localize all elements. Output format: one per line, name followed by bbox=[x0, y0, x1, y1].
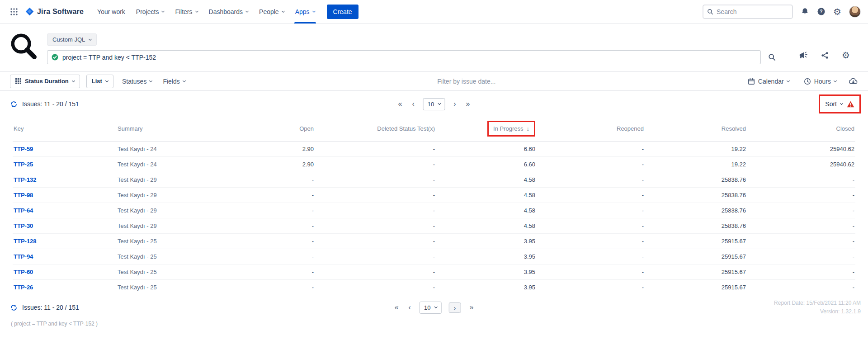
cell-key: TTP-25 bbox=[13, 157, 117, 172]
app-switcher-icon[interactable] bbox=[6, 5, 22, 19]
statuses-dropdown[interactable]: Statuses bbox=[120, 78, 154, 85]
cell-reopened: - bbox=[536, 188, 645, 203]
issue-key-link[interactable]: TTP-64 bbox=[14, 207, 33, 214]
nav-item-apps[interactable]: Apps bbox=[290, 0, 321, 24]
cell-closed: 25940.62 bbox=[747, 157, 855, 172]
cell-closed: - bbox=[747, 264, 855, 280]
first-page-button[interactable]: « bbox=[393, 303, 400, 312]
sort-desc-icon: ↓ bbox=[527, 125, 530, 132]
issue-key-link[interactable]: TTP-25 bbox=[14, 161, 33, 168]
nav-item-projects[interactable]: Projects bbox=[131, 0, 170, 24]
report-type-label: Status Duration bbox=[25, 78, 69, 85]
issue-key-link[interactable]: TTP-128 bbox=[14, 238, 37, 245]
sort-dropdown[interactable]: Sort bbox=[825, 100, 843, 108]
refresh-icon[interactable] bbox=[10, 304, 18, 312]
jql-search-button[interactable] bbox=[767, 52, 777, 62]
column-header-label: Resolved bbox=[722, 125, 746, 132]
create-button[interactable]: Create bbox=[327, 5, 359, 19]
app-logo-magnifier-icon bbox=[9, 32, 39, 64]
search-input[interactable] bbox=[717, 8, 788, 15]
cell-reopened: - bbox=[536, 172, 645, 188]
page-size-select[interactable]: 10 bbox=[423, 98, 445, 110]
column-header-deleted-status-test-x[interactable]: Deleted Status Test(x) bbox=[315, 117, 436, 142]
column-header-label: Reopened bbox=[617, 125, 644, 132]
date-filter-input[interactable] bbox=[408, 78, 525, 85]
export-cloud-icon[interactable] bbox=[849, 77, 858, 85]
global-search-box[interactable] bbox=[703, 5, 793, 19]
jira-logo[interactable]: Jira Software bbox=[25, 7, 84, 16]
chevron-down-icon bbox=[438, 102, 441, 105]
jql-echo-label: ( project = TTP and key < TTP-152 ) bbox=[0, 320, 868, 327]
report-date-label: Report Date: 15/Feb/2021 11:20 AM bbox=[774, 299, 861, 307]
calendar-dropdown[interactable]: Calendar bbox=[745, 78, 792, 85]
cell-summary: Test Kaydı - 24 bbox=[117, 157, 260, 172]
cell-in-progress: 3.95 bbox=[436, 249, 536, 264]
column-header-resolved[interactable]: Resolved bbox=[645, 117, 747, 142]
issue-key-link[interactable]: TTP-94 bbox=[14, 253, 33, 260]
user-avatar[interactable] bbox=[849, 6, 861, 18]
chevron-down-icon bbox=[282, 9, 285, 12]
sort-warning-icon[interactable] bbox=[847, 101, 854, 108]
cell-in-progress: 4.58 bbox=[436, 188, 536, 203]
chevron-down-icon bbox=[195, 9, 198, 12]
nav-item-dashboards[interactable]: Dashboards bbox=[203, 0, 254, 24]
cell-deleted-status-test-x: - bbox=[315, 142, 436, 157]
cell-open: - bbox=[260, 234, 315, 249]
cell-summary: Test Kaydı - 24 bbox=[117, 142, 260, 157]
issues-table-wrap: KeySummaryOpenDeleted Status Test(x)In P… bbox=[0, 117, 868, 295]
nav-item-people[interactable]: People bbox=[254, 0, 290, 24]
settings-gear-icon[interactable]: ⚙ bbox=[833, 7, 841, 16]
nav-item-label: Your work bbox=[97, 8, 125, 15]
cell-open: - bbox=[260, 280, 315, 295]
prev-page-button[interactable]: ‹ bbox=[410, 99, 415, 109]
fields-dropdown[interactable]: Fields bbox=[160, 78, 187, 85]
column-header-in-progress[interactable]: In Progress↓ bbox=[436, 117, 536, 142]
jql-query-input[interactable] bbox=[62, 54, 756, 61]
refresh-icon[interactable] bbox=[10, 100, 18, 108]
issue-key-link[interactable]: TTP-132 bbox=[14, 176, 37, 183]
time-unit-dropdown[interactable]: Hours bbox=[802, 78, 839, 85]
cell-closed: 25940.62 bbox=[747, 142, 855, 157]
column-header-key[interactable]: Key bbox=[13, 117, 117, 142]
jql-type-dropdown[interactable]: Custom JQL bbox=[47, 33, 97, 46]
cell-summary: Test Kaydı - 29 bbox=[117, 172, 260, 188]
report-type-dropdown[interactable]: Status Duration bbox=[10, 75, 80, 88]
next-page-button[interactable]: › bbox=[448, 302, 461, 313]
column-header-closed[interactable]: Closed bbox=[747, 117, 855, 142]
nav-item-your-work[interactable]: Your work bbox=[92, 0, 131, 24]
last-page-button[interactable]: » bbox=[468, 303, 475, 312]
nav-item-filters[interactable]: Filters bbox=[170, 0, 203, 24]
column-header-label: Closed bbox=[836, 125, 854, 132]
view-label: List bbox=[92, 78, 102, 85]
view-dropdown[interactable]: List bbox=[86, 75, 113, 88]
next-page-button[interactable]: › bbox=[452, 99, 457, 109]
announcement-megaphone-icon[interactable] bbox=[798, 51, 808, 60]
issue-key-link[interactable]: TTP-30 bbox=[14, 222, 33, 229]
issue-key-link[interactable]: TTP-98 bbox=[14, 192, 33, 198]
first-page-button[interactable]: « bbox=[397, 99, 404, 109]
page-size-select[interactable]: 10 bbox=[420, 302, 441, 314]
notifications-icon[interactable] bbox=[801, 7, 809, 16]
clock-icon bbox=[804, 78, 811, 85]
issue-key-link[interactable]: TTP-59 bbox=[14, 146, 33, 152]
report-settings-gear-icon[interactable]: ⚙ bbox=[842, 51, 850, 60]
last-page-button[interactable]: » bbox=[465, 99, 472, 109]
issues-count-top: Issues: 11 - 20 / 151 bbox=[10, 100, 79, 108]
share-icon[interactable] bbox=[821, 51, 829, 60]
cell-closed: - bbox=[747, 234, 855, 249]
column-header-reopened[interactable]: Reopened bbox=[536, 117, 645, 142]
chevron-down-icon bbox=[245, 9, 249, 12]
help-icon[interactable]: ? bbox=[817, 7, 826, 16]
prev-page-button[interactable]: ‹ bbox=[407, 303, 412, 312]
chevron-down-icon bbox=[149, 79, 152, 82]
cell-summary: Test Kaydı - 29 bbox=[117, 188, 260, 203]
table-header-row: KeySummaryOpenDeleted Status Test(x)In P… bbox=[13, 117, 855, 142]
nav-item-label: Projects bbox=[136, 8, 159, 15]
column-header-summary[interactable]: Summary bbox=[117, 117, 260, 142]
issue-key-link[interactable]: TTP-26 bbox=[14, 284, 33, 291]
column-header-open[interactable]: Open bbox=[260, 117, 315, 142]
cell-open: - bbox=[260, 218, 315, 234]
issue-key-link[interactable]: TTP-60 bbox=[14, 269, 33, 275]
jql-input-field[interactable] bbox=[47, 50, 761, 64]
cell-key: TTP-132 bbox=[13, 172, 117, 188]
